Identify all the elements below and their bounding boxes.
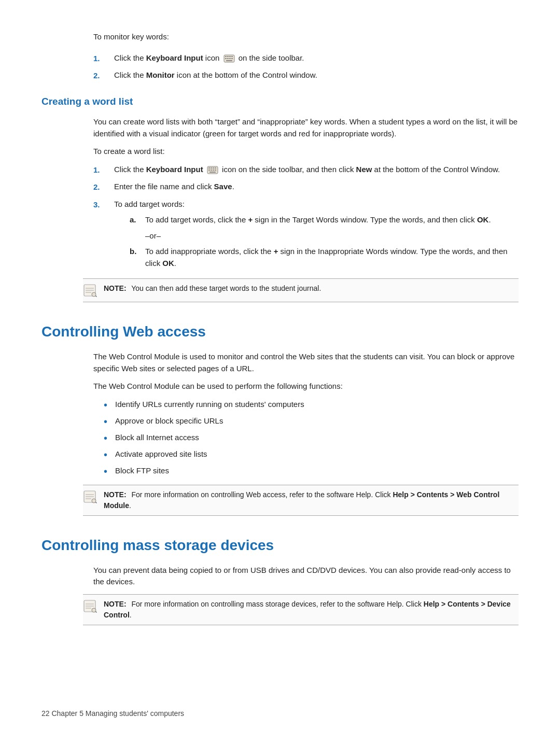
sub-b-bold2: OK — [162, 259, 174, 268]
wl-step3-item: 3. To add target words: a. To add target… — [93, 199, 519, 274]
svg-rect-8 — [231, 58, 233, 59]
svg-rect-15 — [208, 170, 210, 171]
sub-a-post: sign in the Target Words window. Type th… — [253, 215, 477, 224]
bullet-dot-4: • — [104, 465, 115, 477]
step1-num: 1. — [93, 52, 114, 65]
word-list-para1: You can create word lists with both “tar… — [93, 116, 519, 139]
bullet-dot-1: • — [104, 415, 115, 428]
bullet-text-3: Activate approved site lists — [115, 448, 207, 460]
word-list-steps: 1. Click the Keyboard Input — [93, 164, 519, 274]
svg-rect-17 — [213, 170, 214, 171]
svg-rect-13 — [213, 167, 214, 168]
sub-b-post2: . — [174, 259, 176, 268]
svg-rect-2 — [227, 56, 229, 57]
wl-step3-num: 3. — [93, 199, 114, 211]
controlling-mass-storage-heading: Controlling mass storage devices — [41, 535, 519, 556]
creating-word-list-heading: Creating a word list — [41, 94, 519, 109]
wl-step2-item: 2. Enter the file name and click Save. — [93, 181, 519, 193]
note-2-post: . — [129, 501, 131, 510]
or-text: –or– — [145, 230, 519, 242]
step2-pre: Click the — [114, 71, 146, 79]
svg-rect-6 — [227, 58, 229, 59]
wl-step1-bold2: New — [356, 165, 372, 174]
svg-point-34 — [92, 608, 96, 612]
wl-step1-bold: Keyboard Input — [146, 165, 203, 174]
web-access-bullets: • Identify URLs currently running on stu… — [104, 399, 519, 477]
wl-step2-content: Enter the file name and click Save. — [114, 181, 519, 193]
page: To monitor key words: 1. Click the Keybo… — [0, 0, 560, 745]
bullet-text-0: Identify URLs currently running on stude… — [115, 399, 304, 411]
bullet-item-1: • Approve or block specific URLs — [104, 415, 519, 428]
note-3-label: NOTE: — [104, 600, 127, 608]
note-1-text: NOTE: You can then add these target word… — [104, 283, 519, 294]
bullet-item-4: • Block FTP sites — [104, 465, 519, 477]
bullet-item-0: • Identify URLs currently running on stu… — [104, 399, 519, 411]
wl-step1-post: icon on the side toolbar, and then click — [222, 165, 356, 174]
wl-step2-num: 2. — [93, 181, 114, 193]
wl-step1-num: 1. — [93, 164, 114, 176]
step1-post: on the side toolbar. — [239, 53, 304, 62]
sub-item-a: a. To add target words, click the + sign… — [130, 214, 519, 226]
sub-a-pre: To add target words, click the — [145, 215, 248, 224]
step2-post: icon at the bottom of the Control window… — [175, 71, 317, 79]
svg-rect-9 — [226, 60, 232, 61]
bullet-text-4: Block FTP sites — [115, 465, 169, 477]
note-box-1: NOTE: You can then add these target word… — [83, 278, 519, 302]
sub-b-content: To add inappropriate words, click the + … — [145, 246, 519, 269]
note-3-text: NOTE: For more information on controllin… — [104, 599, 519, 621]
word-list-para2: To create a word list: — [93, 146, 519, 158]
controlling-web-access-heading: Controlling Web access — [41, 321, 519, 343]
sub-a-content: To add target words, click the + sign in… — [145, 214, 491, 226]
note-box-2: NOTE: For more information on controllin… — [83, 485, 519, 516]
wl-step1-item: 1. Click the Keyboard Input — [93, 164, 519, 176]
note-3-pre: For more information on controlling mass… — [131, 600, 423, 608]
wl-step2-bold: Save — [214, 182, 232, 191]
bullet-text-2: Block all Internet access — [115, 432, 199, 444]
wl-step2-post: . — [232, 182, 234, 191]
step1-content: Click the Keyboard Input icon — [114, 52, 519, 64]
sub-b-pre: To add inappropriate words, click the — [145, 247, 274, 256]
bullet-dot-3: • — [104, 448, 115, 461]
svg-point-29 — [92, 499, 96, 503]
svg-rect-19 — [209, 172, 216, 173]
step2-bold: Monitor — [146, 71, 175, 79]
step2-item: 2. Click the Monitor icon at the bottom … — [93, 69, 519, 82]
wl-step3-text: To add target words: — [114, 200, 185, 208]
note-2-label: NOTE: — [104, 490, 127, 499]
wl-step2-pre: Enter the file name and click — [114, 182, 214, 191]
note-icon-1 — [83, 283, 102, 298]
keyboard-input-icon — [223, 53, 235, 64]
svg-rect-3 — [229, 56, 231, 57]
mass-storage-para1: You can prevent data being copied to or … — [93, 565, 519, 588]
step2-num: 2. — [93, 69, 114, 82]
bullet-item-2: • Block all Internet access — [104, 432, 519, 444]
web-access-para2: The Web Control Module can be used to pe… — [93, 381, 519, 392]
svg-rect-5 — [225, 58, 227, 59]
keyboard-input-icon2 — [207, 165, 218, 175]
sub-item-b: b. To add inappropriate words, click the… — [130, 246, 519, 269]
sub-b-letter: b. — [130, 246, 145, 258]
step1-pre: Click the — [114, 53, 146, 62]
sub-a-letter: a. — [130, 214, 145, 226]
svg-rect-14 — [215, 167, 216, 168]
wl-step1-post2: at the bottom of the Control Window. — [372, 165, 500, 174]
svg-rect-12 — [211, 167, 212, 168]
sub-a-bold2: OK — [477, 215, 489, 224]
step1-mid: icon — [203, 53, 220, 62]
sub-a-post2: . — [488, 215, 491, 224]
note-box-3: NOTE: For more information on controllin… — [83, 594, 519, 625]
wl-step1-content: Click the Keyboard Input — [114, 164, 519, 176]
bullet-text-1: Approve or block specific URLs — [115, 415, 223, 427]
svg-point-24 — [92, 292, 96, 297]
svg-rect-1 — [225, 56, 227, 57]
step1-item: 1. Click the Keyboard Input icon — [93, 52, 519, 65]
step1-bold: Keyboard Input — [146, 53, 203, 62]
step2-content: Click the Monitor icon at the bottom of … — [114, 69, 519, 81]
sub-list: a. To add target words, click the + sign… — [130, 214, 519, 269]
bullet-dot-2: • — [104, 432, 115, 444]
web-access-para1: The Web Control Module is used to monito… — [93, 351, 519, 374]
step1-container: 1. Click the Keyboard Input icon — [93, 52, 519, 82]
sub-a-bold: + — [248, 215, 253, 224]
svg-rect-7 — [229, 58, 231, 59]
note-icon-2 — [83, 489, 102, 504]
